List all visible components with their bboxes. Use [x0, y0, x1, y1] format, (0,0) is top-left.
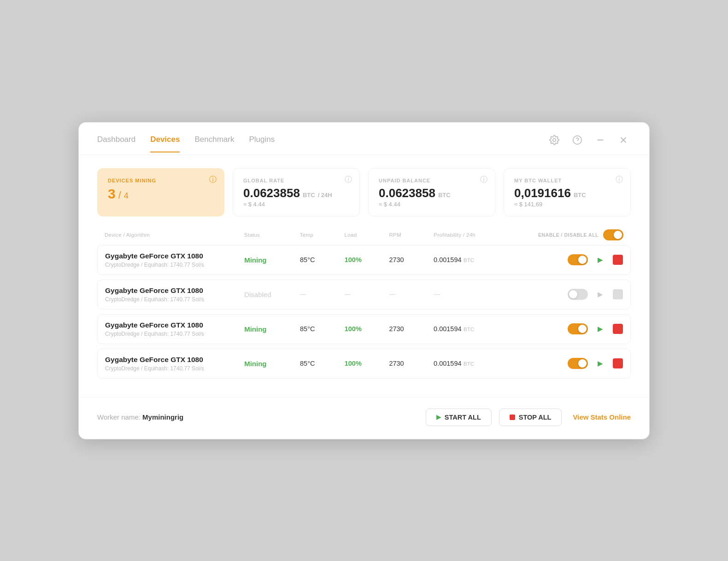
- table-header: Device / Algorithm Status Temp Load RPM …: [97, 229, 631, 245]
- table-row: Gygabyte GeForce GTX 1080 CryptoDredge /…: [97, 245, 631, 275]
- stat-unpaid-balance: ⓘ UNPAID BALANCE 0.0623858 BTC ≈ $ 4.44: [368, 168, 495, 216]
- stop-button-2[interactable]: [613, 289, 623, 299]
- device-status-3: Mining: [244, 325, 300, 333]
- svg-point-0: [553, 138, 556, 141]
- minimize-icon[interactable]: [593, 133, 608, 147]
- play-button-4[interactable]: ▶: [593, 356, 607, 370]
- device-rpm-2: ---: [389, 291, 434, 298]
- tab-devices[interactable]: Devices: [150, 135, 180, 152]
- device-name-1: Gygabyte GeForce GTX 1080: [105, 252, 244, 260]
- devices-mining-denom: 4: [124, 191, 129, 201]
- stat-devices-mining: ⓘ DEVICES MINING 3 / 4: [97, 168, 224, 216]
- toggle-knob-3: [578, 325, 587, 333]
- stop-button-3[interactable]: [613, 324, 623, 334]
- row-controls-4: ▶: [511, 356, 623, 370]
- tab-plugins[interactable]: Plugins: [249, 135, 275, 152]
- row-toggle-2[interactable]: [568, 289, 588, 300]
- main-content: ⓘ DEVICES MINING 3 / 4 ⓘ GLOBAL RATE 0.0…: [79, 155, 649, 397]
- device-status-1: Mining: [244, 256, 300, 264]
- device-name-3: Gygabyte GeForce GTX 1080: [105, 321, 244, 329]
- toggle-2[interactable]: [568, 289, 588, 300]
- col-rpm: RPM: [389, 232, 434, 238]
- toggle-1[interactable]: [568, 254, 588, 265]
- toggle-4[interactable]: [568, 358, 588, 369]
- table-row: Gygabyte GeForce GTX 1080 CryptoDredge /…: [97, 349, 631, 379]
- device-profit-3: 0.001594 BTC: [434, 325, 511, 333]
- table-row: Gygabyte GeForce GTX 1080 CryptoDredge /…: [97, 314, 631, 344]
- nav-tabs: Dashboard Devices Benchmark Plugins: [97, 135, 547, 152]
- col-profitability: Profitability / 24h: [434, 232, 512, 238]
- btc-wallet-unit: BTC: [574, 192, 586, 199]
- unpaid-balance-value: 0.0623858: [379, 187, 435, 199]
- stop-all-stop-icon: [510, 415, 515, 420]
- stat-btc-wallet: ⓘ MY BTC WALLET 0,0191616 BTC ≈ $ 141,69: [504, 168, 631, 216]
- table-row: Gygabyte GeForce GTX 1080 CryptoDredge /…: [97, 280, 631, 310]
- device-profit-1: 0.001594 BTC: [434, 256, 511, 264]
- start-all-play-icon: ▶: [436, 414, 441, 421]
- enable-disable-all-toggle[interactable]: [603, 229, 623, 240]
- toggle-all-knob: [614, 231, 622, 239]
- device-status-2: Disabled: [244, 291, 300, 298]
- device-rpm-1: 2730: [389, 256, 434, 263]
- unpaid-balance-info-icon[interactable]: ⓘ: [480, 175, 487, 185]
- toggle-3[interactable]: [568, 323, 588, 334]
- btc-wallet-info-icon[interactable]: ⓘ: [616, 175, 623, 185]
- toggle-all[interactable]: [603, 229, 623, 240]
- worker-prefix: Worker name:: [97, 413, 141, 421]
- device-algo-2: CryptoDredge / Equihash: 1740.77 Sol/s: [105, 296, 244, 303]
- view-stats-button[interactable]: View Stats Online: [573, 409, 631, 426]
- help-icon[interactable]: [570, 133, 585, 147]
- app-window: Dashboard Devices Benchmark Plugins: [78, 122, 650, 439]
- stop-all-label: STOP ALL: [519, 414, 552, 421]
- device-load-3: 100%: [345, 325, 389, 333]
- device-temp-4: 85°C: [300, 360, 345, 367]
- row-toggle-3[interactable]: [568, 323, 588, 334]
- device-info-1: Gygabyte GeForce GTX 1080 CryptoDredge /…: [105, 252, 244, 268]
- close-icon[interactable]: [616, 133, 631, 147]
- device-temp-2: ---: [300, 291, 345, 298]
- start-all-button[interactable]: ▶ START ALL: [426, 409, 492, 426]
- global-rate-value-row: 0.0623858 BTC / 24h: [243, 187, 349, 199]
- profit-unit-3: BTC: [464, 327, 474, 332]
- device-load-2: ---: [345, 291, 389, 298]
- footer: Worker name: Myminingrig ▶ START ALL STO…: [79, 397, 649, 439]
- profit-unit-4: BTC: [464, 361, 474, 367]
- start-all-label: START ALL: [445, 414, 481, 421]
- toggle-knob-2: [569, 290, 577, 298]
- col-status: Status: [244, 232, 300, 238]
- tab-benchmark[interactable]: Benchmark: [194, 135, 234, 152]
- device-rpm-3: 2730: [389, 325, 434, 333]
- global-rate-label: GLOBAL RATE: [243, 178, 349, 183]
- footer-actions: ▶ START ALL STOP ALL View Stats Online: [426, 409, 631, 426]
- toggle-knob-4: [578, 359, 587, 368]
- enable-disable-col: ENABLE / DISABLE ALL: [512, 229, 623, 240]
- play-button-3[interactable]: ▶: [593, 322, 607, 336]
- profit-value-4: 0.001594: [434, 360, 461, 367]
- devices-mining-info-icon[interactable]: ⓘ: [209, 175, 217, 185]
- stop-button-1[interactable]: [613, 255, 623, 265]
- device-name-2: Gygabyte GeForce GTX 1080: [105, 286, 244, 295]
- row-toggle-1[interactable]: [568, 254, 588, 265]
- profit-unit-1: BTC: [464, 257, 474, 263]
- play-button-2[interactable]: ▶: [593, 287, 607, 301]
- toggle-knob-1: [578, 256, 587, 264]
- col-temp: Temp: [300, 232, 345, 238]
- settings-icon[interactable]: [547, 133, 562, 147]
- row-controls-1: ▶: [511, 253, 623, 267]
- tab-dashboard[interactable]: Dashboard: [97, 135, 135, 152]
- svg-point-1: [573, 135, 581, 144]
- device-table: Device / Algorithm Status Temp Load RPM …: [97, 229, 631, 379]
- device-algo-4: CryptoDredge / Equihash: 1740.77 Sol/s: [105, 365, 244, 372]
- device-name-4: Gygabyte GeForce GTX 1080: [105, 356, 244, 364]
- device-profit-2: ---: [434, 291, 511, 298]
- worker-label: Worker name: Myminingrig: [97, 413, 426, 421]
- play-button-1[interactable]: ▶: [593, 253, 607, 267]
- stop-button-4[interactable]: [613, 358, 623, 368]
- profit-value-3: 0.001594: [434, 325, 461, 333]
- device-algo-1: CryptoDredge / Equihash: 1740.77 Sol/s: [105, 262, 244, 268]
- row-toggle-4[interactable]: [568, 358, 588, 369]
- stop-all-button[interactable]: STOP ALL: [499, 409, 562, 426]
- unpaid-balance-unit: BTC: [438, 192, 451, 199]
- device-rpm-4: 2730: [389, 360, 434, 367]
- global-rate-info-icon[interactable]: ⓘ: [345, 175, 352, 185]
